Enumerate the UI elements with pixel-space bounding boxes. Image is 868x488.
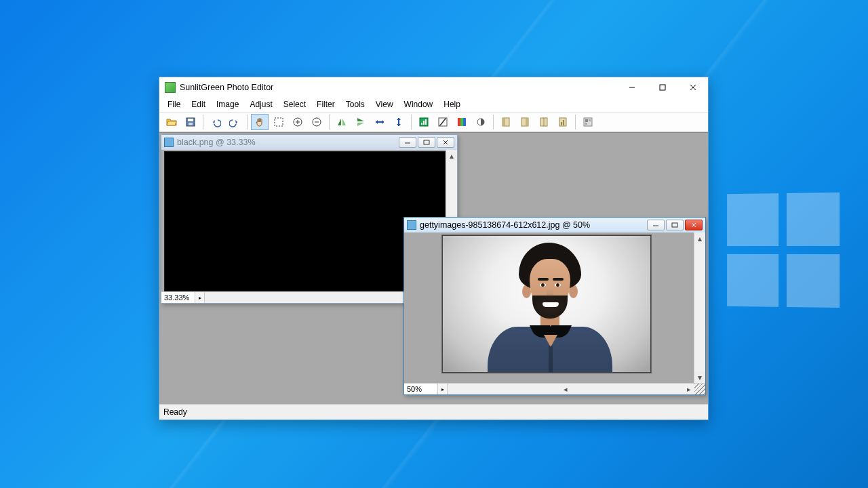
windows-logo-watermark <box>727 192 848 309</box>
svg-rect-22 <box>463 118 466 126</box>
selection-tool-button[interactable] <box>270 114 288 130</box>
document-title: black.png @ 33.33% <box>177 138 399 147</box>
mdi-workspace: black.png @ 33.33% <box>159 132 708 404</box>
scroll-left-icon[interactable]: ◂ <box>559 385 571 394</box>
menu-view[interactable]: View <box>370 98 399 111</box>
menu-window[interactable]: Window <box>399 98 439 111</box>
toolbar <box>159 112 708 132</box>
svg-rect-34 <box>585 119 588 122</box>
horizontal-scrollbar[interactable]: ◂ ▸ <box>448 384 694 394</box>
statusbar: Ready <box>159 404 708 420</box>
svg-rect-18 <box>425 119 427 125</box>
menu-adjust[interactable]: Adjust <box>244 98 277 111</box>
doc-close-button[interactable] <box>437 137 454 148</box>
menu-edit[interactable]: Edit <box>186 98 211 111</box>
resize-vertical-button[interactable] <box>390 114 408 130</box>
vertical-scrollbar[interactable]: ▴ ▾ <box>694 232 705 383</box>
menu-file[interactable]: File <box>162 98 186 111</box>
menu-filter[interactable]: Filter <box>311 98 340 111</box>
minimize-button[interactable] <box>616 77 647 97</box>
flip-horizontal-button[interactable] <box>333 114 351 130</box>
app-icon <box>165 82 176 93</box>
zoom-stepper[interactable]: ▸ <box>438 384 448 394</box>
close-button[interactable] <box>677 77 708 97</box>
svg-rect-6 <box>189 123 193 125</box>
hue-saturation-button[interactable] <box>453 114 471 130</box>
svg-rect-17 <box>423 121 425 125</box>
zoom-level-field[interactable]: 33.33% <box>161 292 195 303</box>
image-content-portrait <box>442 235 651 373</box>
rotate-left-button[interactable] <box>497 114 515 130</box>
doc-minimize-button[interactable] <box>647 220 665 230</box>
svg-rect-7 <box>275 118 283 126</box>
svg-rect-21 <box>460 118 463 126</box>
scroll-up-icon[interactable]: ▴ <box>446 150 457 161</box>
redo-button[interactable] <box>226 114 243 130</box>
svg-rect-42 <box>672 223 677 227</box>
zoom-stepper[interactable]: ▸ <box>195 292 205 303</box>
document-icon <box>164 138 174 147</box>
svg-rect-27 <box>526 118 528 126</box>
doc-minimize-button[interactable] <box>399 137 416 148</box>
app-title: SunlitGreen Photo Editor <box>180 83 616 92</box>
undo-button[interactable] <box>207 114 224 130</box>
menu-select[interactable]: Select <box>278 98 311 111</box>
thumbnails-button[interactable] <box>579 114 597 130</box>
menubar: File Edit Image Adjust Select Filter Too… <box>159 97 708 112</box>
flip-vertical-button[interactable] <box>352 114 370 130</box>
svg-rect-35 <box>589 119 591 121</box>
svg-rect-31 <box>561 122 562 125</box>
app-window: SunlitGreen Photo Editor File Edit Image… <box>159 77 709 420</box>
status-text: Ready <box>163 407 187 417</box>
maximize-button[interactable] <box>647 77 677 97</box>
menu-help[interactable]: Help <box>438 98 466 111</box>
svg-rect-20 <box>458 118 460 126</box>
svg-rect-38 <box>424 140 429 144</box>
titlebar: SunlitGreen Photo Editor <box>159 77 708 97</box>
zoom-out-button[interactable] <box>308 114 326 130</box>
rotate-right-button[interactable] <box>516 114 534 130</box>
svg-rect-5 <box>188 119 193 121</box>
doc-close-button[interactable] <box>685 220 703 230</box>
svg-rect-25 <box>502 118 505 126</box>
document-window-gettyimages[interactable]: gettyimages-985138674-612x612.jpg @ 50% <box>403 217 706 395</box>
menu-image[interactable]: Image <box>211 98 244 111</box>
document-title: gettyimages-985138674-612x612.jpg @ 50% <box>420 220 647 230</box>
brightness-contrast-button[interactable] <box>472 114 490 130</box>
document-titlebar[interactable]: black.png @ 33.33% <box>161 135 457 150</box>
open-button[interactable] <box>163 114 180 130</box>
layout-button[interactable] <box>535 114 553 130</box>
hand-tool-button[interactable] <box>251 114 269 130</box>
scroll-right-icon[interactable]: ▸ <box>683 385 694 394</box>
scroll-down-icon[interactable]: ▾ <box>694 371 705 383</box>
svg-rect-36 <box>585 123 587 125</box>
save-button[interactable] <box>182 114 199 130</box>
zoom-level-field[interactable]: 50% <box>404 384 438 394</box>
doc-maximize-button[interactable] <box>418 137 435 148</box>
histogram-button[interactable] <box>554 114 572 130</box>
menu-tools[interactable]: Tools <box>340 98 370 111</box>
levels-button[interactable] <box>415 114 433 130</box>
svg-rect-32 <box>563 120 564 125</box>
document-canvas[interactable] <box>404 232 694 383</box>
resize-horizontal-button[interactable] <box>371 114 389 130</box>
doc-maximize-button[interactable] <box>666 220 684 230</box>
document-icon <box>407 220 416 230</box>
document-titlebar[interactable]: gettyimages-985138674-612x612.jpg @ 50% <box>404 218 705 232</box>
svg-rect-1 <box>660 85 665 90</box>
svg-rect-16 <box>421 123 422 125</box>
zoom-in-button[interactable] <box>289 114 307 130</box>
scroll-up-icon[interactable]: ▴ <box>694 232 705 244</box>
resize-grip[interactable] <box>694 384 705 394</box>
curves-button[interactable] <box>434 114 452 130</box>
